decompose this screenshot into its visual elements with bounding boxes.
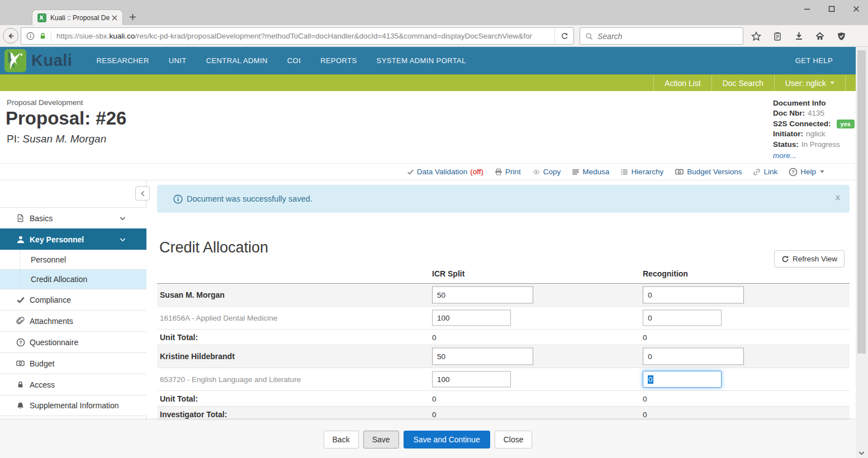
table-row-161656a-applied-dental-medicine: 161656A - Applied Dental Medicine [157, 307, 850, 330]
pi-name: Susan M. Morgan [22, 133, 106, 145]
row-label: Kristine Hildebrandt [160, 352, 235, 361]
icr-split-cell [432, 287, 533, 304]
nav-coi[interactable]: COI [287, 56, 301, 65]
shield-icon[interactable] [834, 31, 848, 41]
sidebar-item-personnel[interactable]: Personnel [0, 250, 146, 269]
document-info-panel: Document Info Doc Nbr:4135S2S Connected:… [773, 98, 854, 160]
portal-user-nglick[interactable]: User: nglick [774, 75, 846, 91]
reading-list-icon[interactable] [771, 31, 784, 41]
url-bar[interactable]: https://siue-sbx.kuali.co/res/kc-pd-krad… [21, 27, 574, 45]
scrollbar-thumb[interactable] [857, 50, 866, 354]
help-caret-icon [820, 170, 824, 173]
url-text[interactable]: https://siue-sbx.kuali.co/res/kc-pd-krad… [56, 32, 554, 40]
chevron-down-icon [117, 236, 128, 243]
recognition-input[interactable] [643, 310, 722, 326]
sidebar-collapse-button[interactable] [135, 186, 150, 201]
icr-split-input[interactable] [432, 287, 533, 304]
recognition-header: Recognition [643, 269, 688, 278]
tab-title: Kuali :: Proposal Developme [50, 14, 110, 22]
sidebar-item-credit-allocation[interactable]: Credit Allocation [0, 269, 146, 289]
toolbar-print[interactable]: Print [495, 168, 521, 176]
window-close-button[interactable] [852, 5, 860, 13]
icr-split-input[interactable] [432, 310, 511, 326]
sidebar-item-budget[interactable]: Budget [0, 352, 146, 374]
sidebar-item-attachments[interactable]: Attachments [0, 310, 146, 331]
nav-unit[interactable]: UNIT [169, 56, 187, 65]
sidebar-item-compliance[interactable]: Compliance [0, 289, 146, 310]
tab-close-icon[interactable] [112, 15, 117, 21]
sidebar-item-label: Compliance [30, 295, 71, 304]
downloads-icon[interactable] [792, 31, 805, 41]
scrollbar-down-arrow[interactable] [858, 451, 865, 456]
more-link[interactable]: more... [773, 151, 854, 160]
page-info-icon[interactable] [26, 32, 35, 40]
home-icon[interactable] [813, 31, 827, 41]
icr-split-input[interactable] [432, 371, 511, 388]
toolbar-label: Print [505, 168, 521, 176]
toolbar-help[interactable]: ?Help [789, 168, 824, 176]
save-button[interactable]: Save [363, 431, 399, 449]
portal-action-list[interactable]: Action List [653, 75, 712, 91]
sidebar-item-questionnaire[interactable]: ?Questionnaire [0, 331, 146, 352]
message-close-button[interactable]: x [836, 192, 840, 202]
recognition-input[interactable] [643, 348, 744, 365]
row-label: 653720 - English Language and Literature [160, 375, 301, 384]
sidebar-item-key-personnel[interactable]: Key Personnel [0, 228, 146, 250]
recognition-cell: 0 [643, 371, 722, 388]
primary-nav: RESEARCHERUNITCENTRAL ADMINCOIREPORTSSYS… [96, 56, 466, 65]
icr-split-cell [432, 371, 511, 388]
sidebar-item-basics[interactable]: Basics [0, 207, 146, 228]
toolbar-copy[interactable]: Copy [532, 168, 561, 176]
doc-info-value: In Progress [801, 140, 840, 149]
recognition-input[interactable] [643, 287, 744, 304]
toolbar-label: Budget Versions [687, 168, 742, 176]
sidebar-item-access[interactable]: Access [0, 374, 146, 395]
bookmark-star-icon[interactable] [750, 31, 763, 41]
nav-system-admin-portal[interactable]: SYSTEM ADMIN PORTAL [377, 56, 466, 65]
kuali-logo[interactable] [4, 49, 26, 72]
toolbar-hierarchy[interactable]: Hierarchy [620, 168, 663, 176]
search-box[interactable]: Search [580, 27, 743, 45]
nav-reports[interactable]: REPORTS [320, 56, 357, 65]
back-button[interactable]: Back [324, 431, 359, 449]
recognition-input-focused[interactable]: 0 [643, 371, 722, 388]
window-minimize-button[interactable] [803, 5, 811, 13]
toolbar-medusa[interactable]: Medusa [572, 168, 609, 176]
main-panel: Document was successfully saved. x Credi… [157, 181, 850, 420]
menu-hamburger-icon[interactable] [866, 31, 868, 41]
reload-button[interactable] [554, 28, 573, 44]
browser-tab[interactable]: Kuali :: Proposal Developme [32, 9, 123, 25]
svg-text:?: ? [791, 169, 795, 175]
new-tab-button[interactable] [129, 13, 136, 21]
window-maximize-button[interactable] [828, 5, 836, 13]
toolbar-link[interactable]: Link [753, 168, 777, 176]
lock-icon [15, 380, 26, 389]
sidebar-item-supplemental-information[interactable]: Supplemental Information [0, 395, 146, 416]
browser-back-button[interactable] [3, 28, 18, 44]
refresh-view-button[interactable]: Refresh View [774, 250, 845, 268]
row-label: Unit Total: [160, 394, 198, 403]
sidebar-item-label: Questionnaire [30, 338, 78, 347]
nav-researcher[interactable]: RESEARCHER [96, 56, 149, 65]
page-title: Proposal: #26 [6, 108, 126, 129]
pi-line: PI:Susan M. Morgan [7, 133, 106, 145]
toolbar-budget-versions[interactable]: Budget Versions [675, 168, 742, 176]
icr-split-input[interactable] [432, 348, 533, 365]
get-help-link[interactable]: GET HELP [795, 56, 833, 65]
browser-action-icons [750, 27, 868, 45]
close-button[interactable]: Close [495, 431, 533, 449]
page-scrollbar[interactable] [856, 47, 868, 458]
brand-text[interactable]: Kuali [31, 51, 72, 70]
save-and-continue-button[interactable]: Save and Continue [404, 431, 490, 449]
window-controls [803, 5, 860, 13]
portal-doc-search[interactable]: Doc Search [712, 75, 774, 91]
toolbar-label: Help [800, 168, 816, 176]
doc-info-value: nglick [806, 130, 826, 138]
https-lock-icon[interactable] [39, 32, 46, 40]
table-row-unit-total: Unit Total:00 [157, 330, 850, 345]
selected-text: 0 [648, 375, 653, 384]
toolbar-data-validation[interactable]: Data Validation(off) [407, 168, 483, 176]
icr-split-header: ICR Split [432, 269, 464, 278]
nav-central-admin[interactable]: CENTRAL ADMIN [206, 56, 268, 65]
icr-split-cell: 0 [432, 333, 437, 341]
